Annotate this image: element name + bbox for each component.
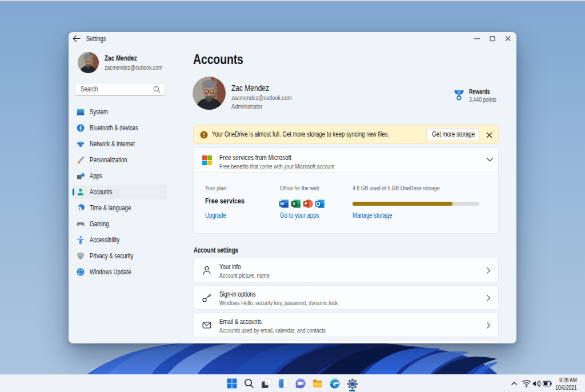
- svg-text:P: P: [304, 201, 307, 206]
- svg-text:W: W: [280, 201, 284, 206]
- svg-text:X: X: [292, 201, 295, 206]
